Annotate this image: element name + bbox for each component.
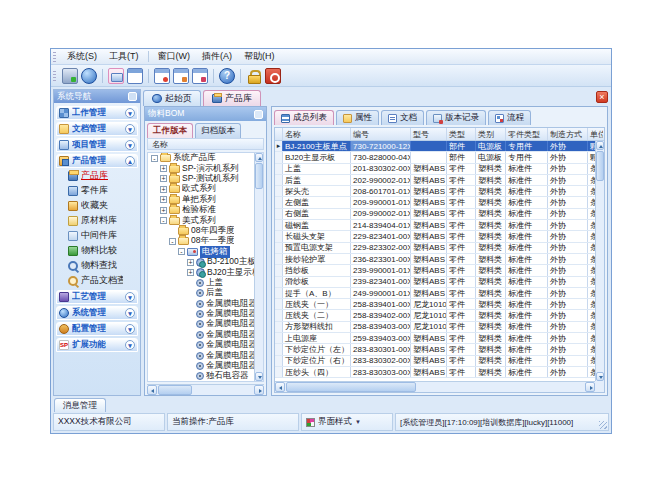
detail-tab[interactable]: 文档 [381, 110, 424, 125]
column-header[interactable]: 编号 [351, 128, 411, 140]
sidebar-entry[interactable]: 中间件库 [56, 228, 138, 243]
sidebar-entry[interactable]: 工艺管理 ▾ [56, 290, 138, 304]
table-row[interactable]: 挡纱板 239-990001-01X 塑料ABS 零件 塑料类 标准件 外协 条 [275, 265, 595, 276]
table-row[interactable]: 上电源座 259-839403-00X 塑料ABS 零件 塑料类 标准件 外协 … [275, 333, 595, 344]
chevron-icon[interactable]: ▾ [125, 308, 135, 318]
menu-item[interactable]: 系统(S) [61, 49, 103, 64]
table-row[interactable]: 预置电源支架 229-823302-00X 塑料ABS 零件 塑料类 标准件 外… [275, 243, 595, 254]
scroll-right-icon[interactable] [254, 385, 264, 395]
scroll-down-icon[interactable] [255, 372, 263, 381]
workspace-icon[interactable] [62, 68, 78, 84]
window-new-icon[interactable] [154, 68, 170, 84]
toolbar-icon[interactable] [148, 69, 149, 83]
toolbar-icon[interactable] [102, 69, 103, 83]
tree-toggle[interactable]: + [160, 175, 167, 182]
table-row[interactable]: 左侧盖 209-990001-01X 塑料ABS 零件 塑料类 标准件 外协 条 [275, 197, 595, 208]
table-row[interactable]: 接纱轮护罩 236-823301-00X 塑料ABS 零件 塑料类 标准件 外协… [275, 254, 595, 265]
detail-tab[interactable]: 流程 [488, 110, 531, 125]
table-row[interactable]: 压线夹（二） 258-839402-00X 尼龙1010 零件 塑料类 标准件 … [275, 310, 595, 321]
window-close-doc-icon[interactable] [173, 68, 189, 84]
table-row[interactable]: 下纱定位片（左） 283-830301-00X 塑料ABS 零件 塑料类 标准件… [275, 344, 595, 355]
sidebar-entry[interactable]: 原材料库 [56, 213, 138, 228]
document-tab[interactable]: 产品库 [203, 90, 261, 106]
column-header[interactable]: 单位 [588, 128, 603, 140]
table-row[interactable]: 滑纱板 239-823401-00X 塑料ABS 零件 塑料类 标准件 外协 条 [275, 277, 595, 288]
tree-toggle[interactable]: - [169, 238, 176, 245]
table-row[interactable]: 下纱定位片（右） 283-830302-00X 塑料ABS 零件 塑料类 标准件… [275, 356, 595, 367]
sidebar-entry[interactable]: 物料查找 [56, 258, 138, 273]
tree-toggle[interactable]: + [160, 207, 167, 214]
detail-tab[interactable]: 成员列表 [274, 110, 334, 125]
table-row[interactable]: 方形塑料线扣 258-839403-00X 尼龙1010 零件 塑料类 标准件 … [275, 322, 595, 333]
power-icon[interactable] [265, 68, 281, 84]
sidebar-entry[interactable]: 系统管理 ▾ [56, 306, 138, 320]
tree-toggle[interactable]: - [160, 217, 167, 224]
tree-item[interactable]: 上盖 [148, 278, 254, 288]
scroll-thumb[interactable] [596, 151, 604, 181]
tree-toggle[interactable]: + [187, 259, 194, 266]
globe-icon[interactable] [81, 68, 97, 84]
message-manager-tab[interactable]: 消息管理 [54, 398, 106, 412]
document-tab[interactable]: 起始页 [143, 90, 201, 106]
sidebar-entry[interactable]: 项目管理 ▾ [56, 138, 138, 152]
table-row[interactable]: 右侧盖 209-990002-01X 塑料ABS 零件 塑料类 标准件 外协 条 [275, 209, 595, 220]
help-icon[interactable] [219, 68, 235, 84]
tree-toggle[interactable]: + [160, 186, 167, 193]
chevron-icon[interactable]: ▾ [125, 292, 135, 302]
sidebar-entry[interactable]: 扩展功能 ▾ [56, 338, 138, 352]
column-header[interactable]: 零件类型 [506, 128, 548, 140]
scroll-right-icon[interactable] [585, 382, 595, 392]
sidebar-entry[interactable]: 产品库 [56, 168, 138, 183]
tree-item[interactable]: + BJ20主显示板 [148, 267, 254, 277]
folder-icon[interactable] [108, 68, 124, 84]
chevron-icon[interactable]: ▾ [125, 108, 135, 118]
scroll-left-icon[interactable] [147, 385, 157, 395]
chevron-icon[interactable]: ▾ [125, 124, 135, 134]
sidebar-entry[interactable]: 工作管理 ▾ [56, 106, 138, 120]
column-header[interactable]: 型号 [411, 128, 447, 140]
tree-toggle[interactable]: + [160, 196, 167, 203]
sidebar-entry[interactable]: 文档管理 ▾ [56, 122, 138, 136]
layout-icon[interactable] [127, 68, 143, 84]
table-row[interactable]: 压线夹（一） 258-839401-00X 尼龙1010 零件 塑料类 标准件 … [275, 299, 595, 310]
table-row[interactable]: ▸ BJ-2100主板单点 730-721000-12X 部件 电源板 专用件 … [275, 141, 595, 152]
detail-tab[interactable]: 版本记录 [426, 110, 486, 125]
table-horizontal-scrollbar[interactable] [275, 381, 595, 392]
menu-item[interactable] [148, 51, 149, 62]
table-row[interactable]: 提手（A、B） 249-990001-01X 塑料ABS 零件 塑料类 标准件 … [275, 288, 595, 299]
table-row[interactable]: 长磁头支架 229-823401-00X 塑料ABS 零件 塑料类 标准件 外协… [275, 231, 595, 242]
column-header[interactable]: 类别 [476, 128, 506, 140]
close-tab-button[interactable]: × [596, 91, 608, 103]
scroll-thumb[interactable] [286, 382, 416, 392]
table-row[interactable]: 磁钢盖 214-839404-01X 塑料ABS 零件 塑料类 标准件 外协 条 [275, 220, 595, 231]
table-row[interactable]: 后盖 202-990002-01X 塑料ABS 零件 塑料类 标准件 外协 条 [275, 175, 595, 186]
sidebar-entry[interactable]: 物料比较 [56, 243, 138, 258]
tree-toggle[interactable]: - [151, 155, 158, 162]
menu-item[interactable]: 帮助(H) [238, 49, 281, 64]
tree-toggle[interactable]: + [160, 165, 167, 172]
window-list-icon[interactable] [192, 68, 208, 84]
toolbar-icon[interactable] [240, 69, 241, 83]
tree-item[interactable]: 独石电容器 [148, 371, 254, 381]
scroll-down-icon[interactable] [596, 372, 604, 381]
toolbar-icon[interactable] [213, 69, 214, 83]
table-row[interactable]: 上盖 201-830302-00X 塑料ABS 零件 塑料类 标准件 外协 条 [275, 164, 595, 175]
scroll-thumb[interactable] [158, 385, 192, 395]
pin-icon[interactable] [128, 92, 137, 101]
column-header[interactable]: 制造方式 [548, 128, 588, 140]
scroll-left-icon[interactable] [275, 382, 285, 392]
column-header[interactable]: 名称 [283, 128, 351, 140]
resize-grip[interactable] [599, 421, 607, 429]
sidebar-entry[interactable]: 产品文档查找 [56, 273, 138, 288]
bom-version-tab[interactable]: 归档版本 [195, 123, 241, 138]
sidebar-entry[interactable]: 配置管理 ▾ [56, 322, 138, 336]
scroll-up-icon[interactable] [596, 141, 604, 150]
sidebar-entry[interactable]: 收藏夹 [56, 198, 138, 213]
chevron-icon[interactable]: ▾ [125, 140, 135, 150]
sidebar-entry[interactable]: 产品管理 ▴ [56, 154, 138, 168]
tree-horizontal-scrollbar[interactable] [147, 384, 264, 395]
tree-toggle[interactable]: + [187, 269, 194, 276]
chevron-icon[interactable]: ▾ [125, 324, 135, 334]
panel-options-icon[interactable] [254, 110, 263, 119]
menu-item[interactable]: 插件(A) [196, 49, 238, 64]
